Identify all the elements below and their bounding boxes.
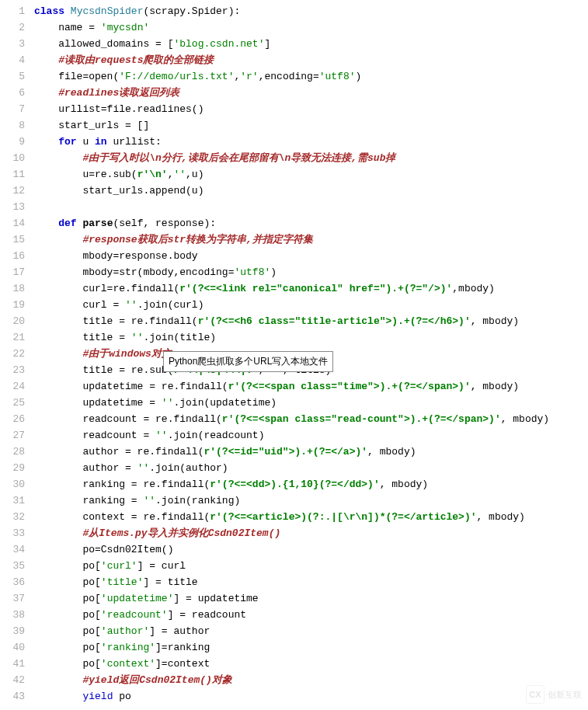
line-number: 42 (0, 672, 25, 688)
line-number: 41 (0, 656, 25, 672)
line-number: 1 (0, 3, 25, 19)
line-number: 7 (0, 101, 25, 117)
line-number: 13 (0, 199, 25, 215)
code-line[interactable]: #yield返回Csdn02Item()对象 (34, 672, 588, 688)
line-number: 3 (0, 36, 25, 52)
line-number: 5 (0, 68, 25, 85)
watermark-text: 创新互联 (548, 689, 582, 701)
code-editor: 1234567891011121314151617181920212223242… (0, 0, 588, 708)
line-number: 4 (0, 52, 25, 68)
line-number: 23 (0, 362, 25, 378)
line-number: 32 (0, 509, 25, 525)
code-line[interactable]: mbody=response.body (34, 248, 588, 264)
code-line[interactable]: updatetime = ''.join(updatetime) (34, 395, 588, 411)
line-number: 12 (0, 183, 25, 199)
code-line[interactable]: ranking = re.findall(r'(?<=<dd>).{1,10}(… (34, 476, 588, 492)
line-number: 25 (0, 395, 25, 411)
code-line[interactable]: start_urls.append(u) (34, 183, 588, 199)
code-line[interactable]: name = 'mycsdn' (34, 19, 588, 36)
line-number: 6 (0, 85, 25, 101)
code-line[interactable]: context = re.findall(r'(?<=<article>)(?:… (34, 509, 588, 525)
line-number: 21 (0, 329, 25, 346)
code-line[interactable]: curl = ''.join(curl) (34, 297, 588, 313)
code-line[interactable]: #由于写入时以\n分行,读取后会在尾部留有\n导致无法连接,需sub掉 (34, 150, 588, 166)
line-number: 36 (0, 574, 25, 590)
code-line[interactable]: curl=re.findall(r'(?<=<link rel="canonic… (34, 280, 588, 297)
code-line[interactable]: po['readcount'] = readcount (34, 607, 588, 623)
line-number: 38 (0, 607, 25, 623)
code-line[interactable]: file=open('F://demo/urls.txt','r',encodi… (34, 68, 588, 85)
hover-tooltip: Python爬虫抓取多个URL写入本地文件 (163, 351, 333, 372)
code-line[interactable]: yield po (34, 688, 588, 705)
code-line[interactable] (34, 199, 588, 215)
line-number: 11 (0, 166, 25, 183)
code-line[interactable]: title = ''.join(title) (34, 329, 588, 346)
line-number: 15 (0, 231, 25, 248)
code-line[interactable]: readcount = re.findall(r'(?<=<span class… (34, 411, 588, 427)
code-line[interactable]: author = ''.join(author) (34, 460, 588, 476)
code-line[interactable]: readcount = ''.join(readcount) (34, 427, 588, 444)
code-line[interactable]: urllist=file.readlines() (34, 101, 588, 117)
code-line[interactable]: po['curl'] = curl (34, 558, 588, 574)
line-number: 16 (0, 248, 25, 264)
line-number: 18 (0, 280, 25, 297)
line-number: 40 (0, 639, 25, 656)
line-number: 31 (0, 492, 25, 509)
line-number: 39 (0, 623, 25, 639)
line-number: 20 (0, 313, 25, 329)
line-number: 34 (0, 541, 25, 558)
line-number: 8 (0, 117, 25, 134)
line-number: 29 (0, 460, 25, 476)
code-line[interactable]: po['updatetime'] = updatetime (34, 590, 588, 607)
code-line[interactable]: def parse(self, response): (34, 215, 588, 231)
line-number: 33 (0, 525, 25, 541)
watermark: CX 创新互联 (526, 685, 582, 704)
line-number: 30 (0, 476, 25, 492)
line-number: 9 (0, 134, 25, 150)
line-number: 22 (0, 346, 25, 362)
line-number-gutter: 1234567891011121314151617181920212223242… (0, 0, 31, 708)
code-line[interactable]: #response获取后str转换为字符串,并指定字符集 (34, 231, 588, 248)
code-line[interactable]: ranking = ''.join(ranking) (34, 492, 588, 509)
code-line[interactable]: class MycsdnSpider(scrapy.Spider): (34, 3, 588, 19)
code-line[interactable]: author = re.findall(r'(?<=id="uid">).+(?… (34, 444, 588, 460)
line-number: 28 (0, 444, 25, 460)
code-line[interactable]: po['context']=context (34, 656, 588, 672)
code-line[interactable]: po=Csdn02Item() (34, 541, 588, 558)
line-number: 37 (0, 590, 25, 607)
code-line[interactable]: title = re.findall(r'(?<=<h6 class="titl… (34, 313, 588, 329)
code-line[interactable]: po['author'] = author (34, 623, 588, 639)
line-number: 14 (0, 215, 25, 231)
code-line[interactable]: po['title'] = title (34, 574, 588, 590)
code-line[interactable]: allowed_domains = ['blog.csdn.net'] (34, 36, 588, 52)
code-line[interactable]: updatetime = re.findall(r'(?<=<span clas… (34, 378, 588, 395)
code-line[interactable]: u=re.sub(r'\n','',u) (34, 166, 588, 183)
code-line[interactable]: po['ranking']=ranking (34, 639, 588, 656)
line-number: 35 (0, 558, 25, 574)
line-number: 26 (0, 411, 25, 427)
code-line[interactable]: #从Items.py导入并实例化Csdn02Item() (34, 525, 588, 541)
line-number: 17 (0, 264, 25, 280)
line-number: 2 (0, 19, 25, 36)
code-area[interactable]: class MycsdnSpider(scrapy.Spider): name … (31, 0, 588, 708)
code-line[interactable]: mbody=str(mbody,encoding='utf8') (34, 264, 588, 280)
line-number: 24 (0, 378, 25, 395)
code-line[interactable]: #读取由requests爬取的全部链接 (34, 52, 588, 68)
line-number: 43 (0, 688, 25, 705)
code-line[interactable]: for u in urllist: (34, 134, 588, 150)
code-line[interactable]: #readlines读取返回列表 (34, 85, 588, 101)
tooltip-text: Python爬虫抓取多个URL写入本地文件 (169, 356, 328, 367)
line-number: 19 (0, 297, 25, 313)
line-number: 27 (0, 427, 25, 444)
line-number: 10 (0, 150, 25, 166)
watermark-logo: CX (526, 685, 545, 704)
code-line[interactable]: start_urls = [] (34, 117, 588, 134)
